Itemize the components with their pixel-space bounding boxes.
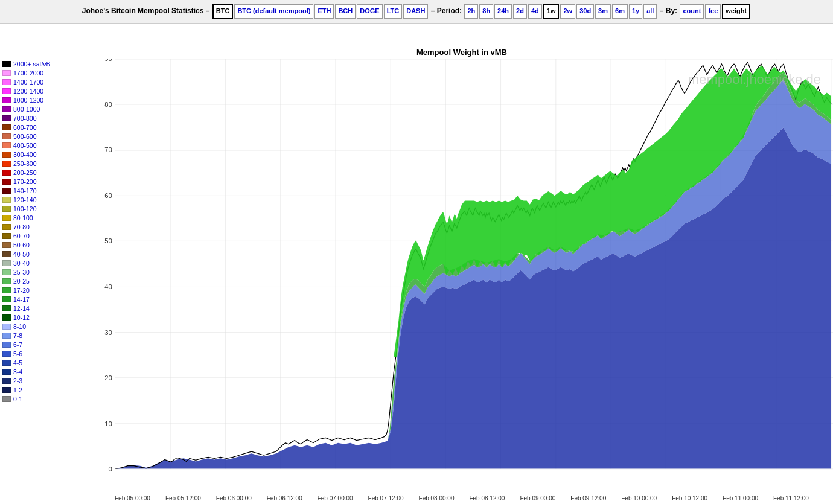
legend-color-swatch (2, 396, 11, 402)
svg-text:70: 70 (104, 146, 112, 153)
x-axis-label: Feb 09 00:00 (520, 495, 555, 502)
main-chart-svg: 0 10 20 30 40 50 60 70 80 90 (91, 59, 833, 494)
legend-label: 120-140 (13, 196, 37, 204)
legend-item: 50-60 (2, 241, 89, 249)
legend-color-swatch (2, 197, 11, 203)
legend-label: 2000+ sat/vB (13, 60, 51, 68)
svg-text:50: 50 (104, 237, 112, 244)
x-axis-label: Feb 10 00:00 (621, 495, 657, 502)
legend-label: 1400-1700 (13, 78, 43, 86)
svg-text:40: 40 (104, 282, 112, 290)
svg-text:20: 20 (104, 374, 112, 381)
legend-label: 10-12 (13, 313, 30, 322)
coin-btn-doge[interactable]: DOGE (357, 4, 382, 19)
period-btn-1w[interactable]: 1w (543, 4, 560, 19)
period-btn-2d[interactable]: 2d (513, 4, 527, 19)
header: Johoe's Bitcoin Mempool Statistics – BTC… (0, 0, 833, 24)
legend-color-swatch (2, 179, 11, 185)
legend-item: 6-7 (2, 340, 89, 349)
legend-color-swatch (2, 260, 11, 266)
period-btn-1y[interactable]: 1y (629, 4, 642, 19)
coin-btn-btc[interactable]: BTC (212, 4, 234, 19)
coin-btn-eth[interactable]: ETH (314, 4, 334, 19)
legend-color-swatch (2, 170, 11, 176)
legend-item: 7-8 (2, 331, 89, 340)
legend-color-swatch (2, 351, 11, 357)
x-axis-label: Feb 07 12:00 (368, 495, 404, 502)
legend-color-swatch (2, 278, 11, 284)
legend-item: 5-6 (2, 349, 89, 358)
period-btn-24h[interactable]: 24h (494, 4, 512, 19)
period-btn-8h[interactable]: 8h (479, 4, 493, 19)
legend-label: 300-400 (13, 150, 37, 159)
legend-color-swatch (2, 97, 11, 103)
x-axis: Feb 05 00:00Feb 05 12:00Feb 06 00:00Feb … (91, 494, 833, 502)
legend-label: 17-20 (13, 286, 30, 295)
legend-label: 500-600 (13, 132, 37, 141)
legend-color-swatch (2, 106, 11, 112)
period-btn-6m[interactable]: 6m (612, 4, 628, 19)
legend-item: 1200-1400 (2, 87, 89, 95)
legend-item: 120-140 (2, 196, 89, 204)
x-axis-label: Feb 05 00:00 (115, 495, 150, 502)
coin-btn-bch[interactable]: BCH (335, 4, 356, 19)
period-btn-3m[interactable]: 3m (595, 4, 611, 19)
legend-item: 0-1 (2, 395, 89, 403)
legend-item: 600-700 (2, 123, 89, 132)
legend-label: 8-10 (13, 322, 26, 331)
coin-btn-dash[interactable]: DASH (403, 4, 428, 19)
legend-item: 800-1000 (2, 105, 89, 113)
legend-label: 1200-1400 (13, 87, 43, 95)
legend-item: 250-300 (2, 159, 89, 168)
legend-label: 0-1 (13, 395, 22, 403)
legend-item: 170-200 (2, 177, 89, 186)
chart-title: Mempool Weight in vMB (91, 48, 833, 57)
chart-area: 2000+ sat/vB1700-20001400-17001200-14001… (0, 24, 833, 503)
legend-color-swatch (2, 115, 11, 121)
legend-item: 14-17 (2, 295, 89, 304)
legend-color-swatch (2, 314, 11, 321)
legend-color-swatch (2, 124, 11, 130)
legend-color-swatch (2, 61, 11, 67)
legend-item: 700-800 (2, 114, 89, 123)
coin-buttons: BTCBTC (default mempool)ETHBCHDOGELTCDAS… (212, 7, 429, 15)
x-axis-label: Feb 08 00:00 (419, 495, 455, 502)
legend-item: 200-250 (2, 168, 89, 177)
legend-item: 2-3 (2, 377, 89, 385)
legend-label: 200-250 (13, 168, 37, 177)
svg-text:0: 0 (109, 465, 112, 473)
x-axis-label: Feb 06 00:00 (216, 495, 252, 502)
legend-label: 40-50 (13, 250, 30, 258)
svg-text:60: 60 (104, 192, 112, 199)
by-btn-fee[interactable]: fee (705, 4, 721, 19)
coin-btn-btc-(default-mempool)[interactable]: BTC (default mempool) (234, 4, 313, 19)
period-btn-all[interactable]: all (643, 4, 657, 19)
legend-item: 20-25 (2, 277, 89, 285)
svg-text:80: 80 (104, 101, 112, 108)
x-axis-label: Feb 07 00:00 (318, 495, 353, 502)
coin-btn-ltc[interactable]: LTC (384, 4, 403, 19)
x-axis-label: Feb 09 12:00 (570, 495, 606, 502)
legend-item: 4-5 (2, 359, 89, 367)
by-btn-count[interactable]: count (680, 4, 704, 19)
period-btn-2h[interactable]: 2h (464, 4, 478, 19)
period-btn-30d[interactable]: 30d (576, 4, 594, 19)
legend-label: 6-7 (13, 340, 22, 349)
legend-item: 40-50 (2, 250, 89, 258)
legend-color-swatch (2, 224, 11, 230)
legend-item: 25-30 (2, 268, 89, 276)
legend-color-swatch (2, 215, 11, 221)
period-btn-4d[interactable]: 4d (528, 4, 542, 19)
legend-color-swatch (2, 378, 11, 384)
legend-color-swatch (2, 79, 11, 85)
legend-color-swatch (2, 133, 11, 139)
by-btn-weight[interactable]: weight (722, 4, 750, 19)
period-btn-2w[interactable]: 2w (560, 4, 575, 19)
x-axis-label: Feb 10 12:00 (672, 495, 707, 502)
legend-label: 12-14 (13, 304, 30, 313)
legend: 2000+ sat/vB1700-20001400-17001200-14001… (0, 24, 91, 503)
legend-label: 5-6 (13, 349, 22, 358)
legend-label: 1700-2000 (13, 69, 43, 77)
legend-color-swatch (2, 333, 11, 339)
legend-item: 300-400 (2, 150, 89, 159)
